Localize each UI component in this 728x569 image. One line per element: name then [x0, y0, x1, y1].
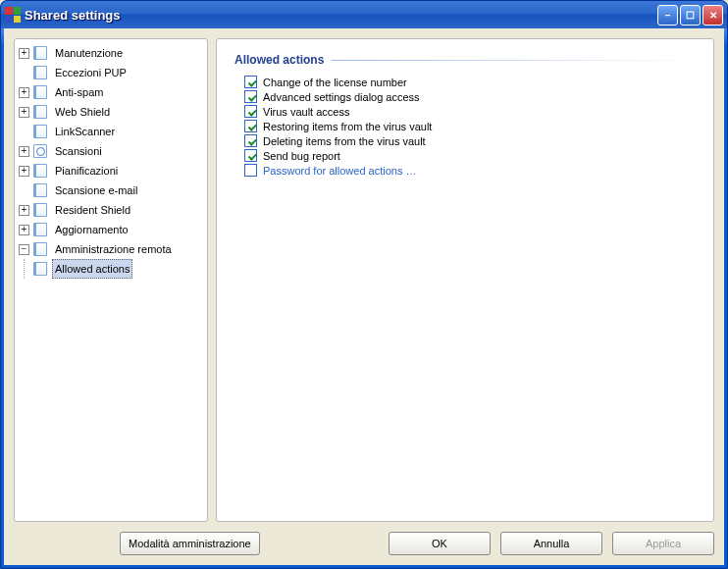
- checkbox-row[interactable]: Change of the license number: [234, 75, 696, 89]
- checkbox-list: Change of the license numberAdvanced set…: [234, 75, 696, 178]
- checkbox[interactable]: [244, 149, 257, 162]
- checkbox-row[interactable]: Advanced settings dialog access: [234, 89, 696, 104]
- apply-button[interactable]: Applica: [612, 532, 714, 555]
- checkbox[interactable]: [244, 134, 257, 147]
- tree-item-resident-shield[interactable]: +Resident Shield: [19, 200, 205, 220]
- section-title: Allowed actions: [234, 53, 696, 67]
- checkbox[interactable]: [244, 76, 257, 88]
- settings-tree[interactable]: +Manutenzione Eccezioni PUP +Anti-spam +…: [17, 43, 205, 279]
- checkbox-label: Advanced settings dialog access: [263, 91, 420, 103]
- tree-item-scansione-email[interactable]: Scansione e-mail: [19, 181, 205, 200]
- app-icon: [5, 7, 21, 23]
- panes: +Manutenzione Eccezioni PUP +Anti-spam +…: [14, 38, 714, 522]
- checkbox[interactable]: [244, 105, 257, 118]
- checkbox-row[interactable]: Password for allowed actions …: [234, 163, 696, 178]
- checkbox[interactable]: [244, 164, 257, 177]
- checkbox-row[interactable]: Send bug report: [234, 148, 696, 163]
- checkbox[interactable]: [244, 90, 257, 103]
- checkbox-label: Change of the license number: [263, 77, 407, 88]
- tree-item-scansioni[interactable]: +Scansioni: [19, 141, 205, 161]
- tree-item-eccezioni-pup[interactable]: Eccezioni PUP: [19, 63, 205, 82]
- checkbox-label[interactable]: Password for allowed actions …: [263, 165, 417, 177]
- checkbox-row[interactable]: Deleting items from the virus vault: [234, 133, 696, 148]
- cancel-button[interactable]: Annulla: [500, 532, 602, 555]
- checkbox-label: Restoring items from the virus vault: [263, 121, 432, 132]
- client-area: +Manutenzione Eccezioni PUP +Anti-spam +…: [4, 28, 724, 565]
- tree-item-aggiornamento[interactable]: +Aggiornamento: [19, 220, 205, 239]
- window-buttons: – ☐ ✕: [657, 5, 723, 26]
- content-pane: Allowed actions Change of the license nu…: [216, 38, 714, 522]
- tree-item-pianificazioni[interactable]: +Pianificazioni: [19, 161, 205, 181]
- window-title: Shared settings: [25, 8, 657, 23]
- checkbox-label: Deleting items from the virus vault: [263, 135, 426, 147]
- tree-item-web-shield[interactable]: +Web Shield: [19, 102, 205, 122]
- window: Shared settings – ☐ ✕ +Manutenzione Ecce…: [0, 0, 728, 569]
- minimize-button[interactable]: –: [657, 5, 678, 26]
- titlebar[interactable]: Shared settings – ☐ ✕: [1, 1, 727, 28]
- admin-mode-button[interactable]: Modalità amministrazione: [120, 532, 260, 555]
- tree-pane[interactable]: +Manutenzione Eccezioni PUP +Anti-spam +…: [14, 38, 208, 522]
- tree-item-linkscanner[interactable]: LinkScanner: [19, 122, 205, 141]
- checkbox-row[interactable]: Virus vault access: [234, 104, 696, 119]
- tree-item-manutenzione[interactable]: +Manutenzione: [19, 43, 205, 63]
- tree-item-allowed-actions[interactable]: Allowed actions: [33, 259, 205, 279]
- section-rule: [332, 60, 696, 61]
- checkbox-label: Send bug report: [263, 150, 340, 162]
- maximize-button[interactable]: ☐: [680, 5, 701, 26]
- ok-button[interactable]: OK: [389, 532, 491, 555]
- tree-item-amministrazione-remota[interactable]: −Amministrazione remota: [19, 239, 205, 259]
- section-title-text: Allowed actions: [234, 53, 324, 67]
- checkbox[interactable]: [244, 120, 257, 132]
- checkbox-label: Virus vault access: [263, 106, 349, 118]
- button-bar: Modalità amministrazione OK Annulla Appl…: [14, 522, 714, 555]
- tree-item-anti-spam[interactable]: +Anti-spam: [19, 82, 205, 102]
- close-button[interactable]: ✕: [702, 5, 723, 26]
- checkbox-row[interactable]: Restoring items from the virus vault: [234, 119, 696, 133]
